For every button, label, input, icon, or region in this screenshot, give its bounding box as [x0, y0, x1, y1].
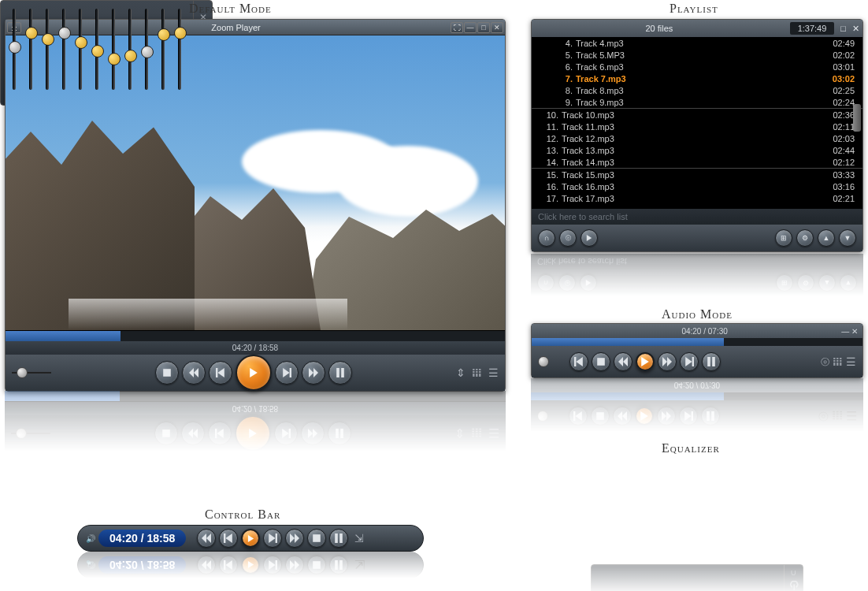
eq-slider[interactable]	[161, 9, 165, 90]
eq-thumb[interactable]	[9, 41, 21, 54]
audio-ff-button[interactable]	[658, 352, 677, 371]
audio-stop-button[interactable]	[592, 352, 610, 371]
playlist-titlebar[interactable]: 20 files 1:37:49 □ ✕	[532, 20, 862, 37]
ctrl-stop-button[interactable]	[307, 529, 326, 548]
track-name: Track 16.mp3	[562, 182, 833, 191]
eq-slider[interactable]	[145, 9, 148, 90]
expand-icon[interactable]: ⇕	[456, 366, 466, 379]
track-name: Track 4.mp3	[576, 39, 833, 48]
controlbar-window[interactable]: 🔊 04:20 / 18:58 ⇲	[77, 525, 424, 552]
playlist-row[interactable]: 15.Track 15.mp303:33	[532, 169, 862, 180]
eq-slider[interactable]	[95, 9, 98, 90]
close-button[interactable]: ✕	[491, 22, 503, 33]
audio-menu-icon[interactable]: ☰	[846, 355, 856, 368]
playlist-row[interactable]: 16.Track 16.mp303:16	[532, 180, 862, 192]
volume-knob[interactable]	[17, 367, 28, 378]
playlist-broadcast-button[interactable]: ⦾	[559, 229, 577, 247]
ctrl-play-button[interactable]	[241, 529, 260, 548]
track-name: Track 14.mp3	[562, 158, 833, 167]
eq-thumb[interactable]	[108, 53, 121, 65]
fastforward-button[interactable]	[302, 361, 325, 385]
playlist-row[interactable]: 13.Track 13.mp302:44	[532, 144, 862, 156]
track-name: Track 12.mp3	[562, 134, 833, 143]
playlist-row[interactable]: 12.Track 12.mp302:03	[532, 132, 862, 144]
play-button[interactable]	[236, 355, 272, 391]
eq-slider[interactable]	[79, 9, 82, 90]
menu-icon[interactable]: ☰	[488, 366, 499, 379]
maximize-button[interactable]: □	[477, 22, 490, 33]
audio-close-button[interactable]: ✕	[851, 327, 858, 336]
eq-slider[interactable]	[178, 9, 181, 90]
playlist-add-button[interactable]: ⊞	[775, 229, 792, 247]
audio-minimize-button[interactable]: —	[841, 327, 849, 336]
eq-thumb[interactable]	[75, 36, 87, 49]
stop-button[interactable]	[155, 361, 179, 385]
next-button[interactable]	[275, 361, 299, 385]
playlist-maximize-button[interactable]: □	[840, 24, 846, 33]
playlist-down-button[interactable]: ▼	[839, 229, 856, 247]
playlist-scrollbar[interactable]	[853, 104, 861, 132]
playlist-count: 20 files	[535, 24, 784, 33]
ctrl-speaker-icon[interactable]: 🔊	[86, 534, 95, 543]
playlist-row[interactable]: 17.Track 17.mp302:21	[532, 192, 862, 204]
eq-thumb[interactable]	[25, 27, 38, 39]
eq-slider[interactable]	[128, 9, 132, 90]
audio-titlebar[interactable]: 04:20 / 07:30 — ✕	[532, 324, 862, 338]
equalizer-icon[interactable]: 𝍖	[472, 366, 482, 379]
playlist-row[interactable]: 6.Track 6.mp303:01	[532, 61, 862, 72]
audio-broadcast-icon[interactable]: ⦾	[821, 355, 829, 369]
eq-slider[interactable]	[13, 9, 16, 90]
playlist-row[interactable]: 8.Track 8.mp302:25	[532, 84, 862, 96]
audio-play-button[interactable]	[636, 352, 655, 371]
audio-pause-button[interactable]	[702, 352, 721, 371]
ctrl-expand-icon[interactable]: ⇲	[354, 532, 364, 545]
playlist-row[interactable]: 4.Track 4.mp302:49	[532, 37, 862, 49]
audio-rewind-button[interactable]	[614, 352, 632, 371]
playlist-up-button[interactable]: ▲	[818, 229, 835, 247]
seek-bar[interactable]	[6, 330, 505, 341]
eq-slider[interactable]	[62, 9, 65, 90]
playlist-row[interactable]: 5.Track 5.MP302:02	[532, 49, 862, 61]
eq-slider[interactable]	[29, 9, 32, 90]
audio-next-button[interactable]	[680, 352, 699, 371]
fullscreen-button[interactable]: ⛶	[451, 22, 463, 33]
playlist-magnet-button[interactable]: ∩	[538, 229, 555, 247]
track-number: 7.	[554, 74, 573, 84]
track-number: 5.	[554, 50, 573, 60]
pause-button[interactable]	[328, 361, 352, 385]
eq-slider[interactable]	[112, 9, 115, 90]
track-number: 10.	[540, 110, 558, 120]
audio-prev-button[interactable]	[569, 352, 588, 371]
rewind-button[interactable]	[182, 361, 206, 385]
playlist-play-button[interactable]	[581, 229, 598, 247]
audio-equalizer-icon[interactable]: 𝍖	[833, 355, 843, 368]
playlist-row[interactable]: 14.Track 14.mp302:12	[532, 156, 862, 168]
playlist-row[interactable]: 10.Track 10.mp302:36	[532, 109, 862, 121]
playlist-row[interactable]: 7.Track 7.mp303:02	[532, 72, 862, 84]
track-number: 13.	[540, 146, 558, 155]
ctrl-pause-button[interactable]	[329, 529, 348, 548]
track-number: 14.	[540, 158, 558, 167]
playlist-row[interactable]: 11.Track 11.mp302:11	[532, 121, 862, 132]
audio-seek-fill	[532, 338, 724, 346]
playlist-options-button[interactable]: ⚙	[796, 229, 814, 247]
previous-button[interactable]	[209, 361, 232, 385]
audio-seek-bar[interactable]	[532, 338, 862, 346]
eq-thumb[interactable]	[58, 27, 71, 39]
minimize-button[interactable]: —	[464, 22, 477, 33]
track-duration: 02:11	[833, 122, 855, 132]
playlist-close-button[interactable]: ✕	[852, 24, 859, 34]
playlist-row[interactable]: 9.Track 9.mp302:24	[532, 96, 862, 108]
audio-volume-knob[interactable]	[538, 356, 549, 367]
track-duration: 02:49	[833, 39, 855, 48]
eq-slider[interactable]	[46, 9, 49, 90]
ctrl-ff-button[interactable]	[285, 529, 304, 548]
eq-thumb[interactable]	[124, 50, 137, 62]
volume-track[interactable]	[12, 372, 51, 374]
ctrl-next-button[interactable]	[263, 529, 282, 548]
ctrl-rewind-button[interactable]	[197, 529, 216, 548]
playlist-search-input[interactable]: Click here to search list	[532, 209, 862, 225]
ctrl-prev-button[interactable]	[219, 529, 238, 548]
eq-thumb[interactable]	[42, 33, 54, 46]
playlist-list[interactable]: 4.Track 4.mp302:495.Track 5.MP302:026.Tr…	[532, 37, 862, 209]
